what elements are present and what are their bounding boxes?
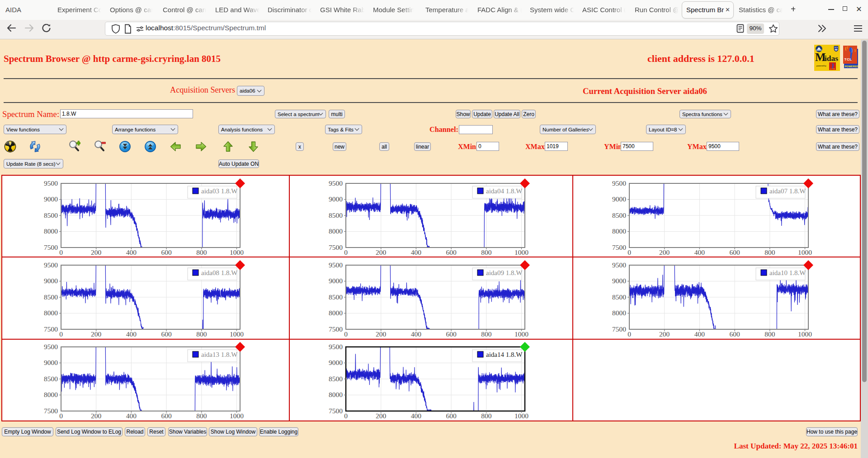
svg-text:800: 800 — [481, 412, 492, 420]
svg-text:0: 0 — [59, 330, 63, 338]
svg-text:600: 600 — [729, 248, 740, 256]
svg-text:8500: 8500 — [329, 293, 343, 301]
svg-text:8500: 8500 — [44, 375, 58, 383]
svg-text:8000: 8000 — [44, 227, 58, 235]
svg-text:600: 600 — [446, 248, 457, 256]
svg-text:0: 0 — [627, 330, 631, 338]
svg-text:aida14 1.8.W: aida14 1.8.W — [486, 351, 523, 358]
svg-text:0: 0 — [59, 248, 63, 256]
svg-text:400: 400 — [411, 412, 422, 420]
svg-text:400: 400 — [694, 330, 705, 338]
svg-text:7500: 7500 — [329, 407, 343, 415]
svg-text:7500: 7500 — [44, 407, 58, 415]
svg-text:0: 0 — [59, 412, 63, 420]
svg-text:1000: 1000 — [798, 248, 812, 256]
svg-text:200: 200 — [91, 330, 102, 338]
svg-text:8000: 8000 — [329, 309, 343, 317]
svg-text:9500: 9500 — [44, 261, 58, 269]
svg-text:aida03 1.8.W: aida03 1.8.W — [201, 187, 238, 195]
svg-text:400: 400 — [126, 412, 137, 420]
svg-text:9000: 9000 — [44, 277, 58, 285]
svg-text:800: 800 — [196, 330, 207, 338]
svg-text:L I T E: L I T E — [830, 68, 835, 70]
svg-text:600: 600 — [161, 330, 172, 338]
svg-text:9000: 9000 — [44, 359, 58, 366]
svg-text:7500: 7500 — [44, 243, 58, 251]
svg-text:aida04 1.8.W: aida04 1.8.W — [486, 187, 523, 195]
svg-text:8000: 8000 — [612, 309, 626, 317]
svg-text:9500: 9500 — [44, 179, 58, 187]
svg-text:8000: 8000 — [44, 391, 58, 398]
svg-text:400: 400 — [126, 330, 137, 338]
svg-text:aida09 1.8.W: aida09 1.8.W — [486, 269, 523, 276]
svg-text:9500: 9500 — [612, 261, 626, 269]
svg-text:400: 400 — [411, 330, 422, 338]
svg-text:1000: 1000 — [230, 412, 244, 420]
svg-text:8500: 8500 — [612, 293, 626, 301]
svg-text:idas: idas — [825, 54, 838, 63]
svg-text:9000: 9000 — [612, 195, 626, 203]
svg-text:400: 400 — [411, 248, 422, 256]
svg-text:9500: 9500 — [329, 261, 343, 269]
svg-text:800: 800 — [764, 248, 775, 256]
svg-text:8000: 8000 — [329, 391, 343, 398]
svg-text:200: 200 — [376, 248, 387, 256]
svg-text:POWERED: POWERED — [845, 65, 859, 68]
svg-text:9000: 9000 — [329, 277, 343, 285]
svg-text:8000: 8000 — [329, 227, 343, 235]
svg-text:aida13 1.8.W: aida13 1.8.W — [201, 351, 238, 358]
svg-text:800: 800 — [764, 330, 775, 338]
svg-text:0: 0 — [344, 412, 348, 420]
svg-text:7500: 7500 — [612, 325, 626, 333]
svg-text:9500: 9500 — [329, 343, 343, 351]
svg-text:7500: 7500 — [44, 325, 58, 333]
svg-text:9500: 9500 — [44, 343, 58, 351]
svg-text:0: 0 — [627, 248, 631, 256]
svg-text:aida10 1.8.W: aida10 1.8.W — [769, 269, 806, 276]
svg-text:600: 600 — [161, 412, 172, 420]
svg-text:200: 200 — [376, 330, 387, 338]
svg-text:9000: 9000 — [329, 195, 343, 203]
svg-text:800: 800 — [481, 248, 492, 256]
svg-text:600: 600 — [161, 248, 172, 256]
svg-text:8500: 8500 — [329, 375, 343, 383]
svg-text:7500: 7500 — [329, 243, 343, 251]
svg-text:0: 0 — [344, 330, 348, 338]
svg-text:1000: 1000 — [514, 330, 528, 338]
svg-text:600: 600 — [729, 330, 740, 338]
svg-text:400: 400 — [126, 248, 137, 256]
svg-text:8500: 8500 — [612, 211, 626, 219]
svg-text:600: 600 — [446, 412, 457, 420]
svg-text:800: 800 — [196, 248, 207, 256]
svg-text:1000: 1000 — [514, 412, 528, 420]
svg-text:800: 800 — [196, 412, 207, 420]
svg-text:1000: 1000 — [230, 248, 244, 256]
svg-text:1000: 1000 — [514, 248, 528, 256]
svg-text:1000: 1000 — [230, 330, 244, 338]
svg-text:TCL: TCL — [844, 57, 852, 61]
svg-text:aida08 1.8.W: aida08 1.8.W — [201, 269, 238, 276]
svg-text:9500: 9500 — [329, 179, 343, 187]
svg-text:9000: 9000 — [329, 359, 343, 366]
svg-text:9000: 9000 — [612, 277, 626, 285]
svg-text:200: 200 — [659, 330, 670, 338]
svg-text:800: 800 — [481, 330, 492, 338]
svg-text:0: 0 — [344, 248, 348, 256]
svg-text:200: 200 — [91, 248, 102, 256]
svg-text:400: 400 — [694, 248, 705, 256]
svg-text:8000: 8000 — [612, 227, 626, 235]
svg-text:200: 200 — [91, 412, 102, 420]
svg-text:8500: 8500 — [44, 293, 58, 301]
svg-text:200: 200 — [659, 248, 670, 256]
svg-text:200: 200 — [376, 412, 387, 420]
svg-text:8000: 8000 — [44, 309, 58, 317]
svg-text:aida07 1.8.W: aida07 1.8.W — [769, 187, 806, 195]
svg-text:600: 600 — [446, 330, 457, 338]
svg-text:7500: 7500 — [329, 325, 343, 333]
svg-text:7500: 7500 — [612, 243, 626, 251]
svg-text:8500: 8500 — [329, 211, 343, 219]
svg-text:powered by: powered by — [816, 65, 826, 67]
svg-text:9500: 9500 — [612, 179, 626, 187]
svg-text:9000: 9000 — [44, 195, 58, 203]
svg-text:1000: 1000 — [798, 330, 812, 338]
